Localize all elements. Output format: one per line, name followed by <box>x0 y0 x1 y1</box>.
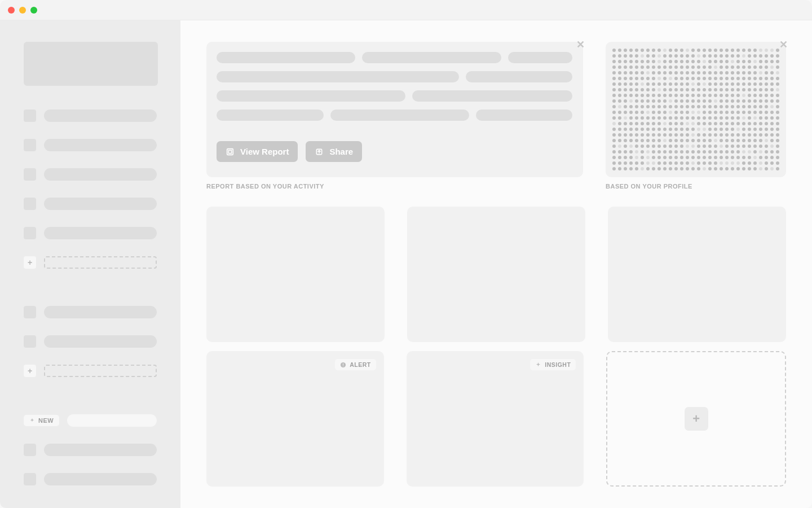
activity-dot <box>691 111 695 114</box>
content-card[interactable] <box>407 207 585 342</box>
close-icon[interactable]: ✕ <box>777 38 789 51</box>
activity-dot <box>674 54 678 58</box>
activity-dot <box>753 71 757 75</box>
activity-dot <box>691 133 695 137</box>
svg-rect-4 <box>343 363 343 365</box>
activity-dot <box>612 128 616 131</box>
activity-dot <box>765 49 768 52</box>
content-card-insight[interactable]: INSIGHT <box>407 351 584 487</box>
activity-dot <box>646 167 650 170</box>
activity-dot <box>697 128 700 131</box>
activity-dot <box>725 105 729 108</box>
activity-dot <box>624 77 627 80</box>
activity-dot <box>770 150 774 154</box>
sidebar-item[interactable] <box>24 306 157 318</box>
window-zoom-dot[interactable] <box>30 7 37 14</box>
view-report-button[interactable]: View Report <box>217 141 298 162</box>
activity-dot <box>641 77 644 80</box>
window-minimize-dot[interactable] <box>19 7 26 14</box>
activity-dot <box>765 71 768 75</box>
activity-dot <box>703 139 706 142</box>
sidebar-item[interactable] <box>24 473 157 485</box>
activity-dot <box>770 156 774 159</box>
content-card-alert[interactable]: ALERT <box>206 351 384 487</box>
sidebar-item-icon <box>24 168 36 181</box>
activity-dot <box>753 105 757 108</box>
activity-dot <box>635 139 638 142</box>
activity-dot <box>674 82 678 86</box>
window-close-dot[interactable] <box>8 7 15 14</box>
sidebar-new-item[interactable]: NEW <box>24 414 157 427</box>
activity-dot <box>697 71 700 75</box>
activity-dot <box>765 105 768 108</box>
content-card[interactable] <box>206 207 385 342</box>
activity-dot <box>686 77 689 80</box>
add-card[interactable]: + <box>606 351 786 487</box>
activity-dot <box>669 167 672 170</box>
activity-dot <box>703 71 706 75</box>
sidebar-item-label-placeholder <box>44 168 157 181</box>
activity-dot <box>669 105 672 108</box>
sidebar-add-item[interactable]: + <box>24 256 157 269</box>
activity-dot <box>742 122 745 125</box>
activity-dot <box>680 94 683 97</box>
activity-dot <box>720 77 723 80</box>
sidebar-item[interactable] <box>24 335 157 348</box>
activity-dot <box>759 144 762 148</box>
activity-dot <box>759 150 762 154</box>
activity-dot <box>635 94 638 97</box>
sidebar-item-icon <box>24 198 36 210</box>
activity-dot <box>720 99 723 103</box>
activity-dot <box>652 167 655 170</box>
activity-dot <box>725 71 729 75</box>
sidebar-item[interactable] <box>24 198 157 210</box>
activity-dot <box>748 105 751 108</box>
activity-dot <box>652 156 655 159</box>
activity-dot <box>635 116 638 120</box>
activity-dot <box>736 94 740 97</box>
alert-icon <box>340 362 346 368</box>
activity-dot <box>680 99 683 103</box>
activity-dot <box>720 111 723 114</box>
sidebar-item[interactable] <box>24 168 157 181</box>
activity-dot <box>720 49 723 52</box>
activity-dot <box>635 150 638 154</box>
activity-dot <box>680 167 683 170</box>
sparkle-icon <box>535 362 541 368</box>
activity-dot <box>680 105 683 108</box>
activity-dot <box>714 77 717 80</box>
activity-dot <box>714 156 717 159</box>
activity-dot <box>680 60 683 63</box>
activity-dot <box>731 161 734 165</box>
activity-dot <box>618 122 621 125</box>
activity-dot <box>680 156 683 159</box>
activity-dot <box>646 49 650 52</box>
new-badge: NEW <box>24 415 59 426</box>
activity-dot <box>714 49 717 52</box>
activity-dot <box>646 116 650 120</box>
activity-dot <box>776 99 779 103</box>
sidebar-item-icon <box>24 444 36 456</box>
activity-dot <box>725 60 729 63</box>
activity-dot <box>731 49 734 52</box>
sidebar-item[interactable] <box>24 139 157 151</box>
sidebar-item[interactable] <box>24 444 157 456</box>
activity-dot <box>669 94 672 97</box>
activity-dot <box>624 128 627 131</box>
activity-dot <box>742 54 745 58</box>
content-card[interactable] <box>608 207 786 342</box>
activity-dot <box>641 65 644 69</box>
sidebar-item[interactable] <box>24 227 157 239</box>
activity-dot <box>629 82 633 86</box>
activity-dot <box>669 128 672 131</box>
activity-dot <box>731 150 734 154</box>
activity-dot <box>776 65 779 69</box>
sidebar-item[interactable] <box>24 110 157 122</box>
activity-dot <box>663 116 667 120</box>
insight-badge: INSIGHT <box>530 359 576 370</box>
share-button[interactable]: Share <box>306 141 362 162</box>
close-icon[interactable]: ✕ <box>574 38 586 51</box>
sidebar-add-item[interactable]: + <box>24 365 157 377</box>
activity-dot <box>703 82 706 86</box>
activity-dot <box>646 94 650 97</box>
